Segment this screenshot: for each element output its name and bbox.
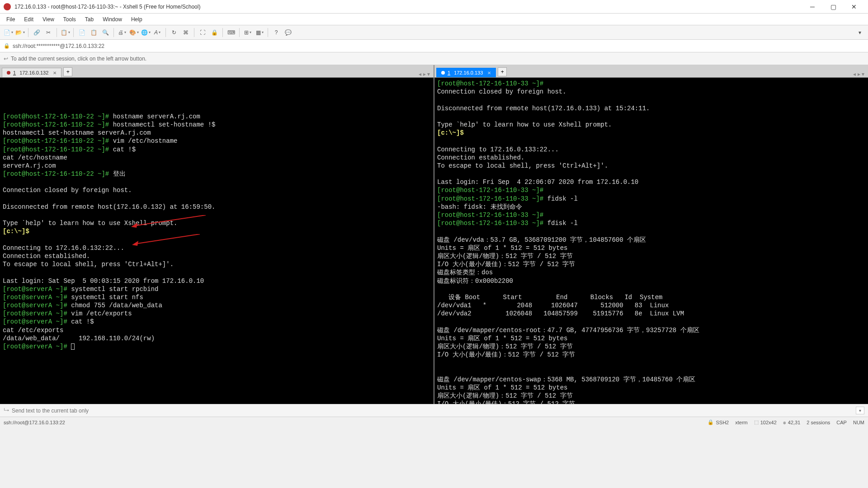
help-button[interactable]: ? xyxy=(271,27,282,38)
terminal-split-area: 1 172.16.0.132 ✕ + ◂ ▸ ▾ [root@host-172-… xyxy=(0,65,868,404)
script-button[interactable]: ⌘ xyxy=(180,27,191,38)
keyboard-button[interactable]: ⌨ xyxy=(226,27,236,38)
menu-help[interactable]: Help xyxy=(127,14,147,24)
toolbar-separator xyxy=(57,28,57,37)
menu-tab[interactable]: Tab xyxy=(80,14,98,24)
toolbar-separator xyxy=(239,28,240,37)
toolbar: 📄 📂 🔗 ✂ 📋 📄 📋 🔍 🖨 🎨 🌐 A ↻ ⌘ ⛶ 🔒 ⌨ ⊞ ▦ ? … xyxy=(0,25,868,40)
lock-icon: 🔒 xyxy=(708,419,714,425)
status-num: NUM xyxy=(853,420,864,425)
tip-text: To add the current session, click on the… xyxy=(11,56,146,62)
tab-close-icon[interactable]: ✕ xyxy=(53,70,57,75)
tab-number: 1 xyxy=(448,70,450,75)
add-tab-button[interactable]: + xyxy=(498,67,507,76)
toolbar-separator xyxy=(113,28,114,37)
address-bar: 🔒 ssh://root:***********@172.16.0.133:22 xyxy=(0,40,868,52)
session-status-icon xyxy=(441,71,445,75)
color-button[interactable]: 🎨 xyxy=(128,27,139,38)
status-bar: ssh://root@172.16.0.133:22 🔒SSH2 xterm ⬚… xyxy=(0,417,868,427)
right-pane: 1 172.16.0.133 ✕ + ◂ ▸ ▾ [root@host-172-… xyxy=(434,65,868,404)
close-button[interactable]: ✕ xyxy=(844,0,864,14)
minimize-button[interactable]: ─ xyxy=(802,0,823,14)
add-tab-button[interactable]: + xyxy=(63,67,72,76)
add-session-icon[interactable]: ↩ xyxy=(4,56,8,62)
session-status-icon xyxy=(7,71,10,75)
menu-tools[interactable]: Tools xyxy=(59,14,80,24)
status-size: ⬚102x42 xyxy=(754,419,777,425)
status-ssh: 🔒SSH2 xyxy=(708,419,729,425)
left-tab[interactable]: 1 172.16.0.132 ✕ xyxy=(2,68,61,77)
refresh-button[interactable]: ↻ xyxy=(169,27,179,38)
send-input[interactable] xyxy=(12,408,853,414)
status-term-type: xterm xyxy=(735,420,748,425)
chat-button[interactable]: 💬 xyxy=(283,27,293,38)
new-session-button[interactable]: 📄 xyxy=(3,27,14,38)
send-bar: ⮡ ▾ xyxy=(0,404,868,417)
address-url[interactable]: ssh://root:***********@172.16.0.133:22 xyxy=(13,43,104,49)
disconnect-button[interactable]: ✂ xyxy=(43,27,54,38)
right-terminal[interactable]: [root@host-172-16-110-33 ~]# Connection … xyxy=(434,78,868,404)
tip-bar: ↩ To add the current session, click on t… xyxy=(0,52,868,65)
cursor-icon: ⎈ xyxy=(783,420,786,425)
status-connection: ssh://root@172.16.0.133:22 xyxy=(4,420,65,425)
menu-file[interactable]: File xyxy=(2,14,19,24)
properties-button[interactable]: 📋 xyxy=(60,27,71,38)
menu-edit[interactable]: Edit xyxy=(19,14,38,24)
toolbar-separator xyxy=(28,28,28,37)
new-tab-button[interactable]: ⊞ xyxy=(242,27,253,38)
tab-nav-arrows[interactable]: ◂ ▸ ▾ xyxy=(851,71,866,77)
open-button[interactable]: 📂 xyxy=(14,27,25,38)
right-tab[interactable]: 1 172.16.0.133 ✕ xyxy=(436,68,496,77)
tab-label: 172.16.0.132 xyxy=(19,70,48,75)
toolbar-separator xyxy=(194,28,194,37)
encoding-button[interactable]: 🌐 xyxy=(140,27,151,38)
find-button[interactable]: 🔍 xyxy=(100,27,111,38)
toolbar-separator xyxy=(268,28,268,37)
copy-button[interactable]: 📄 xyxy=(76,27,87,38)
print-button[interactable]: 🖨 xyxy=(117,27,127,38)
lock-icon: 🔒 xyxy=(4,43,10,49)
menu-window[interactable]: Window xyxy=(98,14,127,24)
paste-button[interactable]: 📋 xyxy=(88,27,99,38)
left-pane-tabs: 1 172.16.0.132 ✕ + ◂ ▸ ▾ xyxy=(0,65,434,78)
left-terminal[interactable]: [root@host-172-16-110-22 ~]# hostname se… xyxy=(0,78,434,404)
fullscreen-button[interactable]: ⛶ xyxy=(197,27,208,38)
window-title: 172.16.0.133 - root@host-172-16-110-33:~… xyxy=(14,4,802,10)
tab-number: 1 xyxy=(13,70,16,75)
status-cap: CAP xyxy=(836,420,847,425)
size-icon: ⬚ xyxy=(754,419,759,425)
tab-close-icon[interactable]: ✕ xyxy=(487,70,491,75)
right-pane-tabs: 1 172.16.0.133 ✕ + ◂ ▸ ▾ xyxy=(434,65,868,78)
menubar: File Edit View Tools Tab Window Help xyxy=(0,14,868,25)
toolbar-separator xyxy=(73,28,74,37)
toolbar-dropdown[interactable]: ▾ xyxy=(854,27,865,38)
font-button[interactable]: A xyxy=(152,27,163,38)
status-sessions: 2 sessions xyxy=(807,420,830,425)
titlebar: 172.16.0.133 - root@host-172-16-110-33:~… xyxy=(0,0,868,14)
tab-nav-arrows[interactable]: ◂ ▸ ▾ xyxy=(417,71,432,77)
arrange-button[interactable]: ▦ xyxy=(254,27,265,38)
reconnect-button[interactable]: 🔗 xyxy=(31,27,42,38)
toolbar-separator xyxy=(165,28,166,37)
lock-button[interactable]: 🔒 xyxy=(209,27,220,38)
tab-label: 172.16.0.133 xyxy=(454,70,483,75)
send-icon: ⮡ xyxy=(4,408,9,414)
toolbar-separator xyxy=(222,28,223,37)
maximize-button[interactable]: ▢ xyxy=(823,0,844,14)
menu-view[interactable]: View xyxy=(38,14,59,24)
left-pane: 1 172.16.0.132 ✕ + ◂ ▸ ▾ [root@host-172-… xyxy=(0,65,434,404)
app-icon xyxy=(4,3,11,10)
send-target-dropdown[interactable]: ▾ xyxy=(856,407,864,414)
status-pos: ⎈42,31 xyxy=(783,420,801,425)
